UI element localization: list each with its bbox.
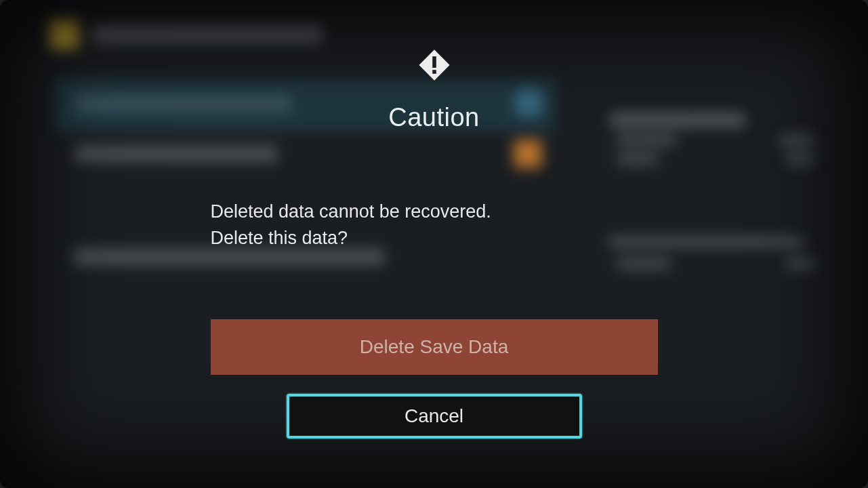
svg-rect-2 — [432, 70, 436, 74]
caution-dialog: Caution Deleted data cannot be recovered… — [211, 38, 658, 439]
cancel-button[interactable]: Cancel — [287, 394, 582, 439]
svg-rect-1 — [432, 56, 436, 68]
caution-icon — [407, 38, 461, 92]
dialog-title: Caution — [388, 103, 479, 132]
delete-save-data-button[interactable]: Delete Save Data — [211, 319, 658, 375]
dialog-message: Deleted data cannot be recovered. Delete… — [211, 199, 658, 251]
